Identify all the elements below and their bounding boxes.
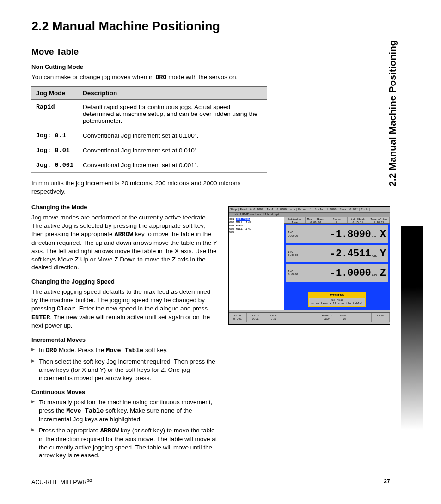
scr-program-list: 001 SET TOOL 002 MILL LINE 003 BLEND 004… xyxy=(229,217,284,310)
jog-mode-table: Jog Mode Description RapidDefault rapid … xyxy=(31,86,267,173)
non-cutting-heading: Non Cutting Mode xyxy=(31,63,390,70)
page-number: 27 xyxy=(384,478,390,486)
footer-product: ACU-RITE MILLPWRG2 xyxy=(31,478,92,486)
list-item: To manually position the machine using c… xyxy=(31,398,217,423)
scr-softkeys: STEP0.001 STEP0.01 STEP0.1 Move ZDown Mo… xyxy=(229,312,390,322)
table-row: Jog: 0.1Conventional Jog increment set a… xyxy=(31,128,267,143)
non-cutting-intro: You can make or change jog moves when in… xyxy=(31,73,267,82)
attention-box: ATTENTION Jog Mode Arrow keys will move … xyxy=(308,292,366,307)
continuous-heading: Continuous Moves xyxy=(31,389,217,395)
table-row: RapidDefault rapid speed for continuous … xyxy=(31,99,267,128)
dro-y: INC0.0000 -2.4511 ABS Y xyxy=(286,245,388,262)
scr-timebar: Estimated Time0:00:00 Mach. Clock0:00:00… xyxy=(284,217,390,224)
move-table-heading: Move Table xyxy=(31,47,390,57)
list-item: In DRO Mode, Press the Move Table soft k… xyxy=(31,346,217,355)
continuous-list: To manually position the machine using c… xyxy=(31,398,217,460)
softkey[interactable] xyxy=(300,313,318,322)
side-tab: 2.2 Manual Machine Positioning xyxy=(386,23,398,203)
list-item: Press the appropriate ARROW key (or soft… xyxy=(31,426,217,460)
page-title: 2.2 Manual Machine Positioning xyxy=(31,19,390,34)
dro-screenshot: Stop Feed: 0.0 100% Tool: 0.0000 inch Da… xyxy=(228,206,390,325)
changing-mode-text: Jog move modes are performed at the curr… xyxy=(31,213,217,272)
scr-topbar: Stop Feed: 0.0 100% Tool: 0.0000 inch Da… xyxy=(229,207,390,213)
softkey[interactable]: STEP0.01 xyxy=(247,313,265,322)
incremental-list: In DRO Mode, Press the Move Table soft k… xyxy=(31,346,217,382)
softkey[interactable]: Exit xyxy=(372,313,390,322)
softkey[interactable]: STEP0.1 xyxy=(264,313,282,322)
changing-speed-heading: Changing the Jogging Speed xyxy=(31,278,217,285)
list-item: Then select the soft key Jog increment r… xyxy=(31,358,217,382)
page-footer: ACU-RITE MILLPWRG2 27 xyxy=(31,478,390,486)
softkey[interactable] xyxy=(282,313,300,322)
side-tab-text: 2.2 Manual Machine Positioning xyxy=(387,40,398,186)
dro-z: INC0.0000 -1.0000 ABS Z xyxy=(286,264,388,282)
scr-dro-area: INC0.0000 -1.8090 ABS X INC0.0000 -2.451… xyxy=(284,224,390,310)
incremental-heading: Incremental Moves xyxy=(31,336,217,343)
th-mode: Jog Mode xyxy=(31,86,78,99)
gradient-bar xyxy=(401,226,423,430)
softkey[interactable]: Move ZUp xyxy=(336,313,354,322)
table-row: Jog: 0.01Conventional Jog increment set … xyxy=(31,143,267,158)
softkey[interactable] xyxy=(354,313,372,322)
units-note: In mm units the jog increment is 20 micr… xyxy=(31,179,267,196)
scr-path: ...sMillPWR\usr\user\Blend.mpt xyxy=(229,213,390,217)
th-desc: Description xyxy=(78,86,267,99)
softkey[interactable]: Move ZDown xyxy=(318,313,336,322)
softkey[interactable]: STEP0.001 xyxy=(229,313,247,322)
table-row: Jog: 0.001Conventional Jog increment set… xyxy=(31,158,267,172)
changing-mode-heading: Changing the Mode xyxy=(31,204,217,211)
dro-x: INC0.0000 -1.8090 ABS X xyxy=(286,225,388,243)
changing-speed-text: The active jogging speed defaults to the… xyxy=(31,288,217,330)
